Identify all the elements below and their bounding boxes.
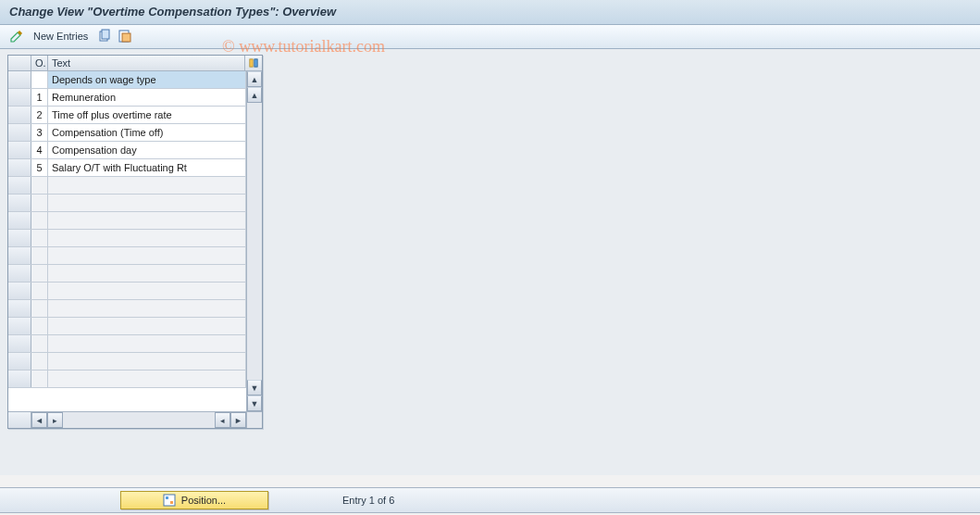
scroll-left-step-button[interactable]: ▸ (47, 412, 63, 428)
row-selector[interactable] (8, 212, 31, 229)
row-selector[interactable] (8, 335, 31, 352)
cell-code[interactable] (31, 195, 48, 211)
cell-text[interactable] (48, 335, 246, 352)
table-row[interactable] (8, 318, 246, 335)
cell-text[interactable]: Compensation (Time off) (48, 124, 246, 141)
cell-text[interactable] (48, 300, 246, 317)
cell-text[interactable] (48, 318, 246, 334)
svg-rect-5 (254, 59, 257, 67)
scroll-up-button-2[interactable]: ▲ (247, 87, 262, 103)
cell-code[interactable]: 4 (31, 142, 48, 158)
cell-code[interactable]: 2 (31, 107, 48, 123)
row-selector[interactable] (8, 247, 31, 264)
position-button[interactable]: Position... (120, 491, 268, 509)
cell-code[interactable] (31, 71, 48, 88)
scroll-down-button[interactable]: ▼ (247, 396, 262, 411)
cell-code[interactable] (31, 230, 48, 246)
table-row[interactable] (8, 177, 246, 195)
row-selector[interactable] (8, 107, 31, 123)
cell-code[interactable] (31, 335, 48, 352)
scroll-left-button[interactable]: ◄ (31, 412, 47, 428)
row-selector[interactable] (8, 318, 31, 334)
cell-text[interactable]: Remuneration (48, 89, 246, 106)
cell-text[interactable] (48, 265, 246, 282)
table-row[interactable] (8, 195, 246, 212)
table-row[interactable]: 3Compensation (Time off) (8, 124, 246, 142)
row-selector[interactable] (8, 195, 31, 211)
cell-text[interactable] (48, 371, 246, 387)
table-row[interactable] (8, 371, 246, 388)
table-row[interactable]: 4Compensation day (8, 142, 246, 159)
hscroll-corner (246, 412, 262, 428)
col-code-header[interactable]: O. (31, 56, 48, 70)
cell-text[interactable] (48, 230, 246, 246)
cell-text[interactable] (48, 212, 246, 229)
cell-code[interactable] (31, 247, 48, 264)
cell-code[interactable] (31, 371, 48, 387)
toolbar: New Entries (0, 25, 980, 49)
row-selector[interactable] (8, 371, 31, 387)
table-row[interactable] (8, 230, 246, 247)
row-selector[interactable] (8, 142, 31, 158)
row-selector[interactable] (8, 89, 31, 106)
table-row[interactable]: 5Salary O/T with Fluctuating Rt (8, 159, 246, 177)
select-all-header[interactable] (8, 56, 31, 70)
row-selector[interactable] (8, 124, 31, 141)
cell-text[interactable] (48, 177, 246, 194)
cell-code[interactable] (31, 300, 48, 317)
table-row[interactable]: 2Time off plus overtime rate (8, 107, 246, 124)
delimit-icon[interactable] (118, 29, 132, 44)
cell-code[interactable] (31, 283, 48, 299)
vertical-scrollbar: ▲ ▲ ▼ ▼ (246, 71, 262, 411)
table-row[interactable] (8, 265, 246, 283)
cell-text[interactable] (48, 247, 246, 264)
scroll-right-step-button[interactable]: ◂ (215, 412, 230, 428)
table-row[interactable] (8, 300, 246, 318)
row-selector[interactable] (8, 300, 31, 317)
hscroll-track[interactable] (63, 412, 215, 428)
cell-code[interactable]: 5 (31, 159, 48, 176)
cell-text[interactable]: Depends on wage type (48, 71, 246, 88)
cell-code[interactable] (31, 318, 48, 334)
cell-text[interactable]: Time off plus overtime rate (48, 107, 246, 123)
cell-code[interactable] (31, 265, 48, 282)
table-row[interactable] (8, 335, 246, 353)
cell-text[interactable]: Salary O/T with Fluctuating Rt (48, 159, 246, 176)
scroll-track[interactable] (247, 103, 262, 380)
scroll-down-button-2[interactable]: ▼ (247, 380, 262, 396)
cell-text[interactable] (48, 195, 246, 211)
scroll-right-button[interactable]: ► (230, 412, 246, 428)
row-selector[interactable] (8, 159, 31, 176)
row-selector[interactable] (8, 283, 31, 299)
table-row[interactable]: 1Remuneration (8, 89, 246, 107)
table-row[interactable] (8, 247, 246, 265)
table-row[interactable] (8, 283, 246, 300)
table-row[interactable] (8, 212, 246, 230)
cell-code[interactable] (31, 353, 48, 370)
new-entries-button[interactable]: New Entries (30, 30, 92, 43)
cell-text[interactable] (48, 353, 246, 370)
row-selector[interactable] (8, 230, 31, 246)
table-corner (8, 412, 31, 428)
svg-rect-6 (164, 495, 175, 506)
row-selector[interactable] (8, 353, 31, 370)
table-config-icon[interactable] (245, 56, 262, 70)
copy-icon[interactable] (97, 29, 112, 44)
cell-text[interactable]: Compensation day (48, 142, 246, 158)
table-row[interactable]: Depends on wage type (8, 71, 246, 89)
col-text-header[interactable]: Text (48, 56, 245, 70)
row-selector[interactable] (8, 265, 31, 282)
cell-code[interactable]: 1 (31, 89, 48, 106)
horizontal-scrollbar: ◄ ▸ ◂ ► (8, 411, 262, 428)
toggle-edit-icon[interactable] (9, 29, 24, 44)
cell-code[interactable]: 3 (31, 124, 48, 141)
cell-text[interactable] (48, 283, 246, 299)
table-row[interactable] (8, 353, 246, 371)
cell-code[interactable] (31, 177, 48, 194)
table-body: Depends on wage type1Remuneration2Time o… (8, 71, 246, 411)
row-selector[interactable] (8, 71, 31, 88)
cell-code[interactable] (31, 212, 48, 229)
scroll-up-button[interactable]: ▲ (247, 71, 262, 87)
row-selector[interactable] (8, 177, 31, 194)
table-header: O. Text (8, 56, 262, 71)
